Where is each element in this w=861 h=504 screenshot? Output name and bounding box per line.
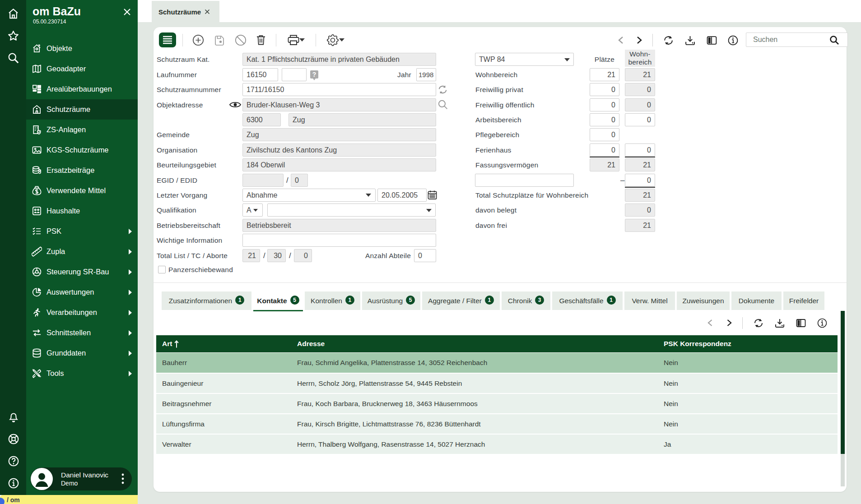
svg-text:?: ? <box>312 71 316 78</box>
